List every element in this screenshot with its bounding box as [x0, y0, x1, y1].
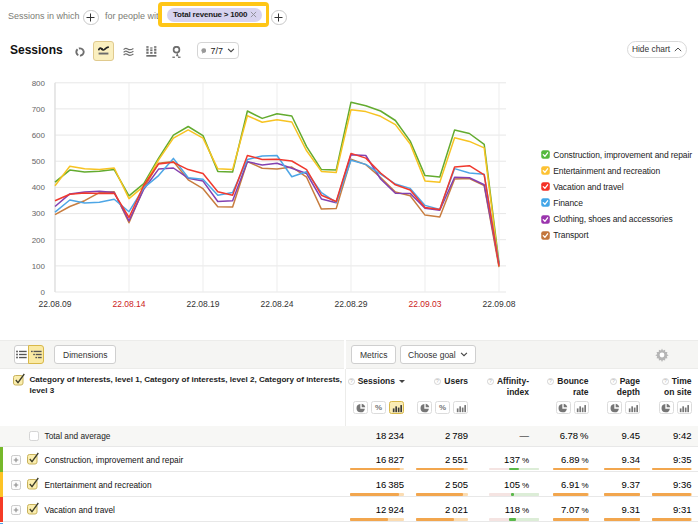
- svg-text:300: 300: [32, 209, 46, 218]
- svg-text:22.08.24: 22.08.24: [260, 299, 293, 309]
- svg-text:100: 100: [32, 262, 46, 271]
- svg-text:?: ?: [664, 378, 667, 384]
- svg-text:?: ?: [489, 378, 492, 384]
- svg-text:700: 700: [32, 105, 46, 114]
- svg-text:600: 600: [32, 131, 46, 140]
- svg-text:800: 800: [32, 79, 46, 88]
- svg-text:22.09.03: 22.09.03: [408, 299, 441, 309]
- svg-text:22.09.08: 22.09.08: [482, 299, 515, 309]
- svg-text:22.08.14: 22.08.14: [112, 299, 145, 309]
- svg-text:22.08.29: 22.08.29: [334, 299, 367, 309]
- svg-text:500: 500: [32, 157, 46, 166]
- svg-text:22.08.09: 22.08.09: [38, 299, 71, 309]
- svg-text:0: 0: [41, 288, 46, 297]
- svg-text:?: ?: [350, 378, 353, 384]
- svg-text:200: 200: [32, 236, 46, 245]
- svg-text:22.08.19: 22.08.19: [186, 299, 219, 309]
- svg-text:400: 400: [32, 183, 46, 192]
